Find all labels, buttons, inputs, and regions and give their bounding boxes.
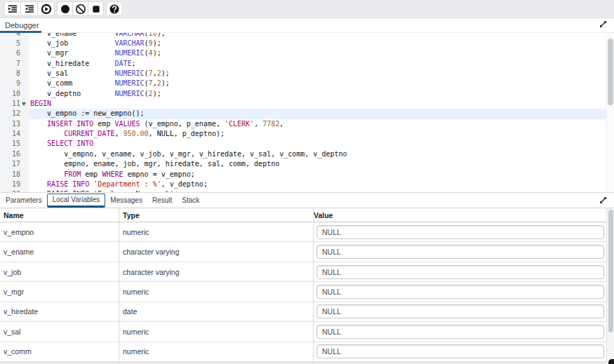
code-line-4[interactable]: 4 v_ename VARCHAR(10); — [0, 33, 606, 39]
cell-value — [314, 302, 606, 321]
code-line-7[interactable]: 7 v_hiredate DATE; — [0, 59, 606, 69]
cell-type[interactable]: character varying — [119, 242, 314, 261]
line-number[interactable]: 12 — [0, 109, 20, 119]
panel-expand-button[interactable] — [596, 196, 609, 207]
column-header-name[interactable]: Name — [0, 208, 119, 222]
code-line-8[interactable]: 8 v_sal NUMERIC(7,2); — [0, 69, 606, 79]
toggle-breakpoint-button[interactable] — [57, 1, 73, 16]
code-line-18[interactable]: 18 FROM emp WHERE empno = v_empno; — [0, 170, 606, 180]
line-number[interactable]: 16 — [0, 149, 20, 159]
value-input[interactable] — [316, 265, 604, 279]
panel-tab-stack[interactable]: Stack — [177, 193, 204, 208]
debugger-bottom-panel: ParametersLocal VariablesMessagesResultS… — [0, 192, 614, 364]
cell-name[interactable]: v_empno — [0, 222, 119, 241]
variable-row-v_sal: v_salnumeric — [0, 322, 606, 342]
code-line-19[interactable]: 19 RAISE INFO 'Department : %', v_deptno… — [0, 180, 606, 189]
code-line-text: v_sal NUMERIC(7,2); — [29, 69, 606, 79]
line-number[interactable]: 7 — [0, 59, 20, 69]
help-button[interactable] — [106, 1, 123, 16]
cell-type[interactable]: numeric — [119, 222, 314, 241]
debugger-tabbar: Debugger — [0, 18, 614, 33]
debugger-toolbar — [0, 0, 614, 18]
editor-expand-button[interactable] — [596, 20, 609, 31]
cell-value — [314, 322, 606, 341]
panel-tab-parameters[interactable]: Parameters — [1, 193, 47, 208]
step-into-button[interactable] — [4, 1, 21, 16]
code-line-9[interactable]: 9 v_comm NUMERIC(7,2); — [0, 79, 606, 88]
editor-vertical-scrollbar[interactable] — [606, 33, 614, 192]
code-line-text: v_ename VARCHAR(10); — [29, 33, 606, 39]
tab-debugger-label: Debugger — [5, 21, 39, 29]
value-input[interactable] — [316, 344, 604, 358]
editor-scrollbar-thumb[interactable] — [608, 39, 613, 105]
expand-icon — [599, 20, 608, 31]
clear-all-breakpoints-button[interactable] — [72, 1, 88, 16]
cell-type[interactable]: numeric — [119, 342, 314, 361]
code-line-14[interactable]: 14 CURRENT_DATE, 950.00, NULL, p_deptno)… — [0, 129, 606, 139]
line-number[interactable]: 11 — [0, 99, 20, 109]
grid-scrollbar-thumb[interactable] — [608, 210, 613, 332]
code-line-16[interactable]: 16 v_empno, v_ename, v_job, v_mgr, v_hir… — [0, 149, 606, 159]
line-number[interactable]: 9 — [0, 79, 20, 88]
clear-breakpoints-icon — [75, 4, 86, 15]
continue-button[interactable] — [37, 1, 55, 16]
line-number[interactable]: 19 — [0, 180, 20, 189]
column-header-type[interactable]: Type — [119, 208, 314, 222]
code-line-10[interactable]: 10 v_deptno NUMERIC(2); — [0, 89, 606, 99]
line-number[interactable]: 10 — [0, 89, 20, 99]
code-line-11[interactable]: 11BEGIN — [0, 99, 606, 109]
value-input[interactable] — [316, 245, 604, 259]
cell-name[interactable]: v_job — [0, 262, 119, 281]
step-over-icon — [25, 4, 34, 14]
value-input[interactable] — [316, 285, 604, 299]
code-line-12[interactable]: 12 v_empno := new_empno(); — [0, 109, 606, 119]
code-line-6[interactable]: 6 v_mgr NUMERIC(4); — [0, 48, 606, 58]
cell-type[interactable]: date — [119, 302, 314, 321]
column-header-value[interactable]: Value — [314, 208, 606, 222]
code-line-5[interactable]: 5 v_job VARCHAR(9); — [0, 39, 606, 48]
code-line-15[interactable]: 15 SELECT INTO — [0, 139, 606, 149]
resize-corner-grip — [608, 359, 614, 364]
cell-name[interactable]: v_ename — [0, 242, 119, 261]
fold-marker-icon[interactable] — [22, 102, 26, 106]
cell-value — [314, 242, 606, 261]
cell-type[interactable]: numeric — [119, 322, 314, 341]
code-line-text: INSERT INTO emp VALUES (v_empno, p_ename… — [29, 119, 606, 129]
cell-name[interactable]: v_mgr — [0, 282, 119, 301]
code-editor[interactable]: 4 v_ename VARCHAR(10);5 v_job VARCHAR(9)… — [0, 33, 614, 192]
line-number[interactable]: 6 — [0, 48, 20, 58]
code-line-text: v_deptno NUMERIC(2); — [29, 89, 606, 99]
panel-tab-messages[interactable]: Messages — [105, 193, 147, 208]
line-number[interactable]: 17 — [0, 159, 20, 169]
variable-row-v_empno: v_empnonumeric — [0, 222, 606, 242]
value-input[interactable] — [316, 225, 604, 239]
grid-vertical-scrollbar[interactable] — [606, 208, 614, 364]
cell-name[interactable]: v_sal — [0, 322, 119, 341]
value-input[interactable] — [316, 304, 604, 318]
line-number[interactable]: 14 — [0, 129, 20, 139]
cell-type[interactable]: character varying — [119, 262, 314, 281]
line-number[interactable]: 18 — [0, 170, 20, 180]
line-number[interactable]: 5 — [0, 39, 20, 48]
grid-header: NameTypeValue — [0, 208, 606, 222]
cell-name[interactable]: v_hiredate — [0, 302, 119, 321]
line-number[interactable]: 13 — [0, 119, 20, 129]
step-into-icon — [8, 4, 18, 14]
cell-name[interactable]: v_comm — [0, 342, 119, 361]
line-number[interactable]: 8 — [0, 69, 20, 79]
line-number[interactable]: 4 — [0, 33, 20, 39]
line-number[interactable]: 15 — [0, 139, 20, 149]
cell-type[interactable]: numeric — [119, 282, 314, 301]
stop-button[interactable] — [88, 1, 104, 16]
variable-row-v_comm: v_commnumeric — [0, 342, 606, 362]
tab-debugger[interactable]: Debugger — [0, 18, 44, 32]
panel-tab-local-variables[interactable]: Local Variables — [47, 194, 106, 208]
code-line-text: v_job VARCHAR(9); — [29, 39, 606, 48]
step-over-button[interactable] — [20, 1, 38, 16]
value-input[interactable] — [316, 325, 604, 339]
code-line-17[interactable]: 17 empno, ename, job, mgr, hiredate, sal… — [0, 159, 606, 169]
code-line-13[interactable]: 13 INSERT INTO emp VALUES (v_empno, p_en… — [0, 119, 606, 129]
toolbar-button-group — [4, 1, 55, 16]
panel-tab-result[interactable]: Result — [147, 193, 177, 208]
local-variables-grid: NameTypeValue v_empnonumericv_enamechara… — [0, 208, 614, 364]
